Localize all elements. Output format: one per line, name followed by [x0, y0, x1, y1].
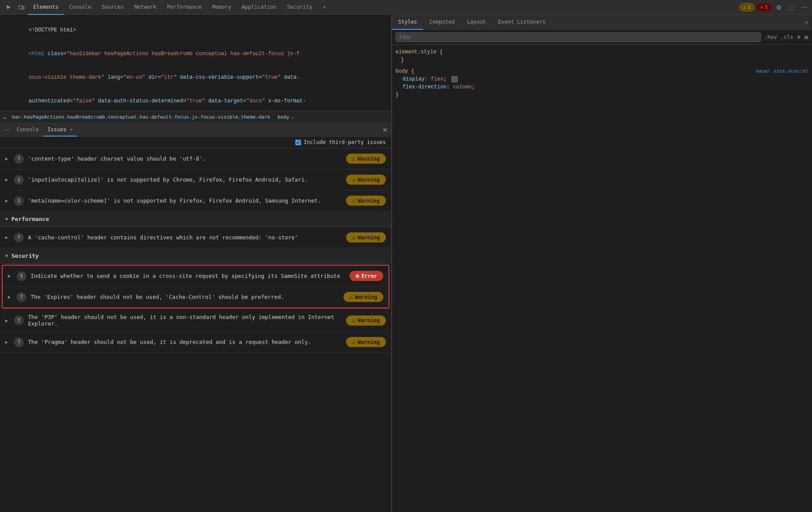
tab-security[interactable]: Security: [282, 0, 318, 15]
filter-grid-button[interactable]: ⊞: [805, 34, 808, 41]
warn-label-7: Warning: [357, 339, 380, 345]
third-party-text: Include third-party issues: [304, 139, 386, 145]
tab-more[interactable]: »: [318, 0, 331, 15]
issue-row-samesite[interactable]: ▶ 5 Indicate whether to send a cookie in…: [3, 266, 388, 287]
settings-button[interactable]: ⚙: [774, 2, 784, 13]
expand-icon-6[interactable]: ▶: [8, 295, 13, 299]
styles-more-button[interactable]: »: [802, 19, 812, 25]
svg-rect-0: [19, 6, 22, 9]
tab-security-label: Security: [287, 4, 312, 10]
tab-styles[interactable]: Styles: [392, 15, 423, 30]
tab-event-listeners[interactable]: Event Listeners: [492, 15, 552, 30]
error-count-badge[interactable]: ✕ 5: [756, 3, 772, 11]
issue-row-expires[interactable]: ▶ 7 The 'Expires' header should not be u…: [3, 287, 388, 308]
warn-label-1: Warning: [357, 156, 380, 162]
filter-cls-button[interactable]: .cls: [780, 34, 793, 40]
code-line-doctype: <!DOCTYPE html>: [0, 18, 391, 42]
dock-button[interactable]: ⬚: [786, 2, 797, 13]
device-toggle-icon[interactable]: [15, 0, 28, 15]
chevron-performance: ▼: [5, 217, 8, 221]
tab-computed[interactable]: Computed: [423, 15, 461, 30]
styles-panel: Styles Computed Layout Event Listeners »…: [392, 15, 812, 512]
warning-badge-6: ⚠ Warning: [346, 316, 386, 326]
css-rule-body: body { base\ site.scss:57 display: flex;…: [396, 67, 808, 99]
category-performance[interactable]: ▼ Performance: [0, 211, 391, 227]
panel-close-button[interactable]: ✕: [381, 125, 389, 135]
tab-network[interactable]: Network: [129, 0, 162, 15]
panel-more-button[interactable]: ⋯: [2, 125, 12, 135]
css-declarations: display: flex; flex-direction: column;: [396, 75, 808, 91]
issue-text-6: The 'Expires' header should not be used,…: [31, 294, 343, 300]
third-party-label[interactable]: Include third-party issues: [295, 139, 386, 145]
filter-hov-button[interactable]: :hov: [764, 34, 777, 40]
expand-icon-4[interactable]: ▶: [5, 235, 10, 240]
cursor-icon[interactable]: [2, 0, 15, 15]
issue-text-8: The 'Pragma' header should not be used, …: [28, 339, 346, 345]
breadcrumb-body[interactable]: body: [278, 114, 290, 120]
highlighted-issues-box: ▶ 5 Indicate whether to send a cookie in…: [2, 265, 389, 309]
filter-plus-button[interactable]: +: [797, 33, 801, 41]
issue-text-1: 'content-type' header charset value shou…: [28, 155, 346, 162]
expand-icon-3[interactable]: ▶: [5, 198, 10, 203]
issues-tab-close[interactable]: ✕: [70, 127, 73, 132]
tab-console-panel[interactable]: Console: [12, 123, 43, 137]
issue-row-pragma[interactable]: ▶ 7 The 'Pragma' header should not be us…: [0, 332, 391, 353]
more-options-button[interactable]: ⋯: [799, 2, 810, 13]
devtools-tab-bar: Elements Console Sources Network Perform…: [0, 0, 812, 15]
expand-icon-7[interactable]: ▶: [5, 318, 10, 323]
tab-application[interactable]: Application: [236, 0, 281, 15]
issue-text-4: A 'cache-control' header contains direct…: [28, 234, 346, 241]
issue-row-cache-control[interactable]: ▶ 7 A 'cache-control' header contains di…: [0, 227, 391, 248]
styles-tab-bar: Styles Computed Layout Event Listeners »: [392, 15, 812, 30]
warning-badge-5: ⚠ Warning: [343, 292, 383, 302]
filter-input[interactable]: [396, 32, 761, 42]
elements-panel: <!DOCTYPE html> <html class="hasSidebar …: [0, 15, 392, 512]
warning-badge-7: ⚠ Warning: [346, 337, 386, 347]
element-style-close: }: [396, 56, 808, 64]
tab-performance[interactable]: Performance: [162, 0, 207, 15]
expand-icon-5[interactable]: ▶: [8, 274, 13, 278]
expand-icon-1[interactable]: ▶: [5, 156, 10, 161]
category-security[interactable]: ▼ Security: [0, 248, 391, 264]
third-party-checkbox[interactable]: [295, 140, 301, 145]
issue-count-7: 7: [14, 316, 24, 325]
expand-icon-8[interactable]: ▶: [5, 340, 10, 344]
issue-row-p3p[interactable]: ▶ 7 The 'P3P' header should not be used,…: [0, 309, 391, 332]
warn-icon-6: ⚠: [352, 317, 356, 324]
issue-count-3: 1: [14, 196, 24, 206]
tab-sources[interactable]: Sources: [96, 0, 129, 15]
tab-memory[interactable]: Memory: [207, 0, 236, 15]
warning-count-badge[interactable]: ⚠ 1: [739, 3, 755, 11]
panel-tabs: ⋯ Console Issues ✕ ✕: [0, 123, 391, 137]
css-file-link[interactable]: base\ site.scss:57: [756, 67, 808, 75]
chevron-security: ▼: [5, 253, 8, 258]
code-line-html-3: authenticated="false" data-auth-status-d…: [0, 89, 391, 111]
styles-tab-label: Styles: [398, 19, 417, 25]
tab-application-label: Application: [242, 4, 276, 10]
warning-badge-4: ⚠ Warning: [346, 232, 386, 242]
tab-memory-label: Memory: [212, 4, 231, 10]
issues-content: Include third-party issues ▶ 7 'content-…: [0, 137, 391, 512]
warn-icon-5: ⚠: [350, 294, 353, 300]
issue-count-6: 7: [17, 292, 26, 302]
tab-issues-panel[interactable]: Issues ✕: [43, 123, 77, 137]
breadcrumb: … bar.hasPageActions.hasBreadcrumb.conce…: [0, 111, 391, 123]
code-line-html-2: ocus-visible theme-dark" lang="en-us" di…: [0, 66, 391, 89]
tab-elements-label: Elements: [33, 4, 59, 10]
issue-count-5: 5: [17, 271, 26, 281]
warn-label-2: Warning: [357, 177, 380, 183]
breadcrumb-more: …: [291, 114, 294, 120]
issue-row-color-scheme[interactable]: ▶ 1 'meta[name=color-scheme]' is not sup…: [0, 190, 391, 211]
expand-icon-2[interactable]: ▶: [5, 177, 10, 182]
tab-layout[interactable]: Layout: [461, 15, 492, 30]
issue-row-autocapitalize[interactable]: ▶ 1 'input[autocapitalize]' is not suppo…: [0, 169, 391, 190]
tab-network-label: Network: [134, 4, 157, 10]
tab-console[interactable]: Console: [64, 0, 97, 15]
warn-label-3: Warning: [357, 198, 380, 204]
issue-count-8: 7: [14, 337, 24, 347]
issue-row-content-type[interactable]: ▶ 7 'content-type' header charset value …: [0, 148, 391, 169]
tab-elements[interactable]: Elements: [28, 0, 64, 15]
css-rule-element-style: element.style { }: [396, 48, 808, 64]
grid-icon: [452, 76, 458, 82]
elements-code-area: <!DOCTYPE html> <html class="hasSidebar …: [0, 15, 391, 111]
